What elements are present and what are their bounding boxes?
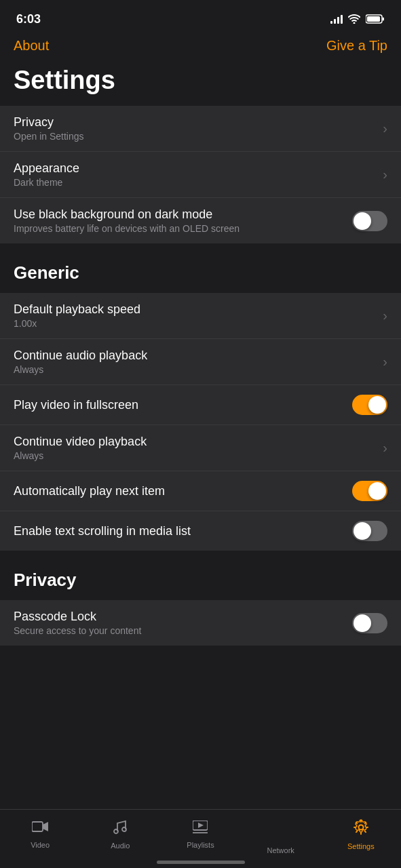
autoplay-label: Automatically play next item: [14, 484, 165, 498]
black-background-sublabel: Improves battery life on devices with an…: [14, 223, 344, 234]
tab-network[interactable]: Network: [261, 815, 301, 854]
settings-tab-icon: [353, 819, 369, 840]
video-fullscreen-label: Play video in fullscreen: [14, 398, 138, 412]
battery-icon: [366, 14, 385, 24]
top-settings-group: Privacy Open in Settings › Appearance Da…: [0, 106, 401, 243]
page-title: Settings: [0, 63, 401, 106]
video-playback-item[interactable]: Continue video playback Always ›: [0, 425, 401, 471]
give-tip-button[interactable]: Give a Tip: [326, 38, 387, 54]
privacy-sublabel: Open in Settings: [14, 131, 84, 142]
tab-audio-label: Audio: [111, 842, 130, 850]
status-time: 6:03: [16, 12, 41, 26]
passcode-toggle[interactable]: [352, 613, 387, 633]
video-playback-label: Continue video playback: [14, 435, 147, 449]
privacy-settings-group: Passcode Lock Secure access to your cont…: [0, 600, 401, 646]
svg-rect-2: [367, 16, 380, 22]
svg-point-10: [358, 825, 363, 830]
tab-playlists-label: Playlists: [187, 841, 214, 849]
appearance-label: Appearance: [14, 161, 79, 176]
passcode-sublabel: Secure access to your content: [14, 625, 141, 636]
video-tab-icon: [32, 821, 48, 838]
black-background-item: Use black background on dark mode Improv…: [0, 198, 401, 243]
home-indicator: [157, 861, 245, 864]
status-bar: 6:03: [0, 0, 401, 34]
playlists-tab-icon: [193, 821, 208, 838]
text-scrolling-label: Enable text scrolling in media list: [14, 524, 191, 538]
video-fullscreen-item: Play video in fullscreen: [0, 385, 401, 425]
tab-video[interactable]: Video: [20, 821, 60, 849]
svg-rect-1: [383, 18, 385, 21]
privacy-item[interactable]: Privacy Open in Settings ›: [0, 106, 401, 152]
top-nav: About Give a Tip: [0, 34, 401, 63]
autoplay-toggle[interactable]: [352, 481, 387, 501]
svg-point-5: [114, 829, 118, 833]
svg-point-6: [122, 827, 126, 831]
black-background-toggle[interactable]: [352, 211, 387, 231]
about-button[interactable]: About: [14, 38, 49, 54]
privacy-section-header: Privacy: [0, 551, 401, 600]
video-playback-chevron: ›: [383, 440, 387, 456]
wifi-icon: [348, 14, 360, 24]
audio-playback-sublabel: Always: [14, 364, 147, 375]
privacy-chevron: ›: [383, 121, 387, 136]
svg-rect-3: [32, 822, 43, 831]
passcode-item: Passcode Lock Secure access to your cont…: [0, 600, 401, 646]
status-icons: [330, 14, 385, 24]
text-scrolling-item: Enable text scrolling in media list: [0, 511, 401, 551]
audio-tab-icon: [113, 820, 127, 839]
tab-bar: Video Audio Playlists: [0, 809, 401, 868]
privacy-section: Privacy Passcode Lock Secure access to y…: [0, 551, 401, 646]
appearance-chevron: ›: [383, 167, 387, 182]
text-scrolling-toggle[interactable]: [352, 521, 387, 541]
tab-audio[interactable]: Audio: [100, 820, 140, 850]
privacy-label: Privacy: [14, 115, 84, 130]
generic-section-header: Generic: [0, 243, 401, 293]
playback-speed-item[interactable]: Default playback speed 1.00x ›: [0, 293, 401, 339]
playback-speed-sublabel: 1.00x: [14, 318, 140, 329]
tab-playlists[interactable]: Playlists: [180, 821, 221, 849]
generic-settings-group: Default playback speed 1.00x › Continue …: [0, 293, 401, 551]
tab-settings-label: Settings: [347, 842, 375, 850]
appearance-item[interactable]: Appearance Dark theme ›: [0, 152, 401, 198]
audio-playback-item[interactable]: Continue audio playback Always ›: [0, 339, 401, 385]
appearance-sublabel: Dark theme: [14, 177, 79, 188]
tab-network-label: Network: [267, 846, 294, 854]
tab-settings[interactable]: Settings: [341, 819, 381, 850]
audio-playback-label: Continue audio playback: [14, 349, 147, 363]
signal-icon: [330, 14, 343, 24]
svg-marker-9: [198, 823, 204, 828]
playback-speed-chevron: ›: [383, 308, 387, 323]
video-playback-sublabel: Always: [14, 450, 147, 461]
video-fullscreen-toggle[interactable]: [352, 395, 387, 415]
audio-playback-chevron: ›: [383, 354, 387, 370]
network-tab-icon: [273, 815, 288, 844]
black-background-label: Use black background on dark mode: [14, 208, 344, 222]
passcode-label: Passcode Lock: [14, 610, 141, 624]
playback-speed-label: Default playback speed: [14, 302, 140, 317]
svg-marker-4: [43, 822, 48, 831]
autoplay-item: Automatically play next item: [0, 471, 401, 511]
tab-video-label: Video: [31, 841, 50, 849]
generic-section: Generic Default playback speed 1.00x › C…: [0, 243, 401, 551]
